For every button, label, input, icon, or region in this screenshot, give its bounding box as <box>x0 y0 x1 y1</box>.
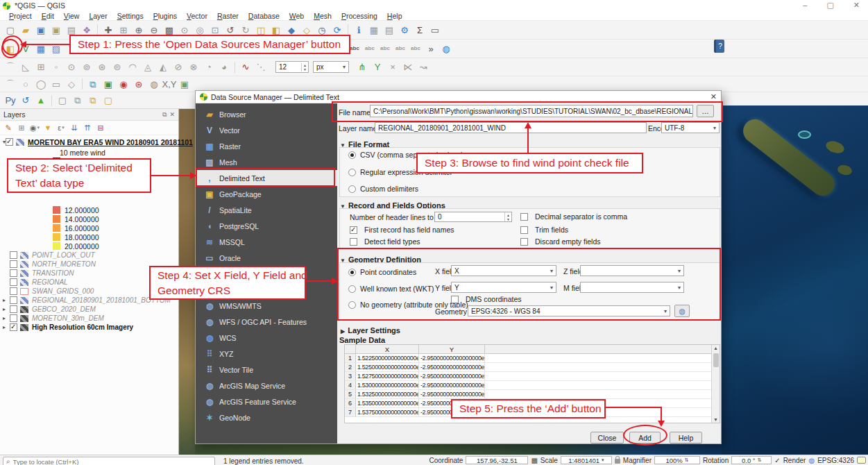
rotation-stepper[interactable]: 0.0 ° <box>731 456 772 464</box>
select-features-icon[interactable]: ▦ <box>366 23 382 37</box>
close-button[interactable]: ✕ <box>853 1 860 10</box>
help-icon[interactable]: ? <box>714 40 724 53</box>
source-item-raster[interactable]: ▦ Raster <box>196 138 337 154</box>
layer-checkbox[interactable] <box>10 251 17 259</box>
close-button[interactable]: Close <box>590 432 624 443</box>
digitize-ellipse-icon[interactable]: ◯ <box>33 77 49 91</box>
scroll-thumb[interactable] <box>713 353 719 367</box>
decimal-comma-checkbox[interactable] <box>520 213 528 221</box>
filter-expression-icon[interactable]: ε <box>55 122 67 134</box>
filter-legend-icon[interactable]: ▼ <box>42 122 54 134</box>
add-feature-icon[interactable]: ⊚ <box>79 60 94 74</box>
source-item-oracle[interactable]: ▭ Oracle <box>196 250 337 266</box>
add-group-icon[interactable]: ⊞ <box>15 122 28 134</box>
layer-checkbox[interactable] <box>10 260 17 268</box>
label-pin-icon[interactable]: abc <box>393 42 408 56</box>
layer-item[interactable]: ▸ High Resolution 60cm Imagery <box>0 323 178 332</box>
menu-item[interactable]: View <box>59 12 85 20</box>
coordinate-value[interactable]: 157.96,-32.51 <box>466 456 528 464</box>
source-item-geopackage[interactable]: ▣ GeoPackage <box>196 186 337 202</box>
layers-copy-icon[interactable]: ⧉ <box>70 94 85 108</box>
minimize-button[interactable]: – <box>803 1 807 10</box>
digitize-polygon-icon[interactable]: ◇ <box>64 77 79 91</box>
crs-globe-icon[interactable]: ◍ <box>808 457 815 464</box>
globe-grid-icon[interactable]: ◍ <box>146 77 162 91</box>
trim-fields-checkbox[interactable] <box>520 226 528 234</box>
dialog-close-icon[interactable]: ✕ <box>710 92 717 101</box>
open-layer-styling-icon[interactable]: ✎ <box>2 122 15 134</box>
first-record-checkbox[interactable] <box>350 226 357 234</box>
vertex-tool-icon[interactable]: ⊘ <box>171 60 186 74</box>
menu-item[interactable]: Layer <box>84 12 112 20</box>
processing-toolbox-icon[interactable]: ⚙ <box>397 23 412 37</box>
layer-checkbox[interactable] <box>10 287 17 295</box>
expand-arrow-icon[interactable]: ▸ <box>3 306 10 312</box>
messages-icon[interactable] <box>857 457 866 464</box>
extents-icon[interactable]: ▩ <box>531 457 537 464</box>
menu-item[interactable]: Settings <box>112 12 148 20</box>
identify-features-icon[interactable]: ℹ <box>351 23 366 37</box>
scroll-up-icon[interactable]: ▲ <box>713 346 718 350</box>
encoding-select[interactable]: UTF-8 <box>661 122 720 133</box>
table-row[interactable]: 2 1.52500000000000000e+02 -2.95000000000… <box>345 363 720 372</box>
measure-icon[interactable]: ▭ <box>427 23 443 37</box>
xy-coordinates-icon[interactable]: X,Y <box>162 77 177 91</box>
select-region-icon[interactable]: ▣ <box>177 77 192 91</box>
table-row[interactable]: 3 1.52750000000000000e+02 -2.95000000000… <box>345 372 720 381</box>
manage-themes-icon[interactable]: ◉ <box>28 122 41 134</box>
move-end-icon[interactable]: ↝ <box>416 60 431 74</box>
expand-arrow-icon[interactable]: ▸ <box>3 297 10 303</box>
tracing-icon[interactable]: ⋱ <box>253 60 269 74</box>
expand-arrow-icon[interactable]: ▸ <box>3 324 10 330</box>
crs-value[interactable]: EPSG:4326 <box>817 457 854 464</box>
source-item-vector[interactable]: V Vector <box>196 122 337 138</box>
menu-item[interactable]: Vector <box>182 12 212 20</box>
metasearch-icon[interactable]: ◍ <box>439 42 454 56</box>
split-features-icon[interactable]: ◬ <box>140 60 155 74</box>
new-project-icon[interactable]: ▢ <box>3 23 18 37</box>
map-canvas-bottom-strip[interactable] <box>195 444 722 455</box>
layer-item[interactable]: ▸ GEBCO_2020_DEM <box>0 305 178 314</box>
cad-tools-icon[interactable]: ⌒ <box>3 60 18 74</box>
menu-item[interactable]: Project <box>4 12 37 20</box>
digitize-circle-icon[interactable]: ○ <box>18 77 33 91</box>
source-item-arcgis-map-service[interactable]: ◍ ArcGIS Map Service <box>196 378 337 394</box>
table-row[interactable]: 5 1.53250000000000000e+02 -2.95000000000… <box>345 390 720 399</box>
cad-construction-icon[interactable]: ◺ <box>18 60 33 74</box>
layer-item[interactable]: ▸ POINT_LOOK_OUT <box>0 251 178 260</box>
source-item-xyz[interactable]: ⠿ XYZ <box>196 346 337 362</box>
rotate-feature-icon[interactable]: ◔ <box>201 60 216 74</box>
scroll-down-icon[interactable]: ▼ <box>713 417 718 422</box>
layer-checkbox[interactable] <box>10 278 17 286</box>
layer-checkbox[interactable] <box>6 138 13 146</box>
source-item-wms-wmts[interactable]: ◍ WMS/WMTS <box>196 298 337 314</box>
shape-tool-icon[interactable]: Y <box>370 60 385 74</box>
table-scrollbar[interactable]: ▲ ▼ <box>711 345 720 423</box>
magnifier-stepper[interactable]: 100% <box>654 456 700 464</box>
menu-item[interactable]: Processing <box>337 12 382 20</box>
snapping-icon[interactable]: ⊞ <box>33 60 49 74</box>
select-box-icon[interactable]: ▢ <box>55 94 70 108</box>
menu-item[interactable]: Raster <box>212 12 244 20</box>
source-item-spatialite[interactable]: / SpatiaLite <box>196 202 337 218</box>
table-row[interactable]: 4 1.53000000000000000e+02 -2.95000000000… <box>345 381 720 390</box>
render-checkbox[interactable]: ✓ <box>774 457 780 464</box>
paste-features-icon[interactable]: ▣ <box>101 77 116 91</box>
menu-item[interactable]: Edit <box>37 12 59 20</box>
panel-close-icon[interactable]: ✕ <box>169 111 175 119</box>
menu-item[interactable]: Plugins <box>148 12 182 20</box>
menu-item[interactable]: Web <box>284 12 309 20</box>
help-button[interactable]: Help <box>670 432 702 443</box>
maximize-button[interactable]: ▢ <box>826 1 833 10</box>
zoom-points-multi-icon[interactable]: ⊛ <box>131 77 146 91</box>
scale-select[interactable]: 1:4801401 <box>561 456 612 464</box>
layer-checkbox[interactable] <box>10 323 17 331</box>
digitize-rectangle-icon[interactable]: ▭ <box>49 77 64 91</box>
zoom-to-points-icon[interactable]: ◉ <box>116 77 131 91</box>
remove-layer-icon[interactable]: ⊟ <box>94 122 107 134</box>
delete-selected-icon[interactable]: × <box>385 60 400 74</box>
merge-features-icon[interactable]: ◭ <box>155 60 171 74</box>
pin-layer-icon[interactable]: ▢ <box>101 94 116 108</box>
move-feature-icon[interactable]: ⊛ <box>94 60 110 74</box>
collapse-all-icon[interactable]: ⇈ <box>81 122 94 134</box>
